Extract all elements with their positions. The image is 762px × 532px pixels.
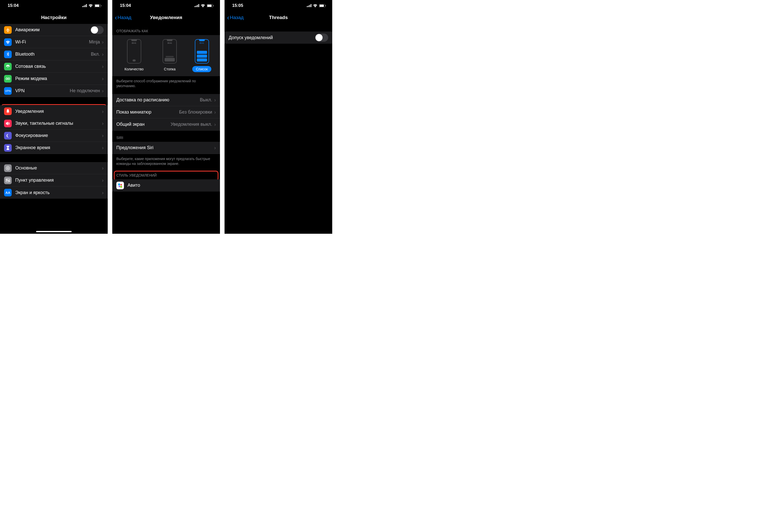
row-label: Уведомления <box>15 109 101 114</box>
svg-rect-28 <box>309 5 310 7</box>
row-wifi[interactable]: Wi-Fi Minja › <box>0 36 108 48</box>
row-cellular[interactable]: Сотовая связь › <box>0 60 108 73</box>
chevron-right-icon: › <box>214 97 216 103</box>
svg-rect-18 <box>198 4 199 7</box>
battery-icon <box>207 4 214 7</box>
svg-rect-17 <box>197 5 198 7</box>
option-label: Количество <box>121 66 147 72</box>
status-time: 15:04 <box>120 3 131 8</box>
status-bar: 15:04 <box>112 0 220 11</box>
chevron-right-icon: › <box>102 133 104 138</box>
hotspot-icon <box>4 75 12 83</box>
back-button[interactable]: ‹ Назад <box>115 14 131 21</box>
row-screen-sharing[interactable]: Общий экран Уведомления выкл. › <box>112 118 220 130</box>
row-focus[interactable]: Фокусирование › <box>0 129 108 142</box>
chevron-right-icon: › <box>102 39 104 45</box>
row-screentime[interactable]: Экранное время › <box>0 142 108 154</box>
chevron-right-icon: › <box>102 177 104 183</box>
row-value: Minja <box>89 39 100 45</box>
row-airplane-mode[interactable]: Авиарежим <box>0 24 108 36</box>
bell-icon <box>4 108 12 115</box>
svg-point-14 <box>9 181 9 182</box>
row-hotspot[interactable]: Режим модема › <box>0 73 108 85</box>
row-allow-notifications[interactable]: Допуск уведомлений <box>225 32 332 44</box>
threads-content[interactable]: Допуск уведомлений <box>225 24 332 234</box>
row-sounds[interactable]: Звуки, тактильные сигналы › <box>0 117 108 129</box>
svg-point-24 <box>118 186 120 187</box>
section-footer: Выберите, какие приложения могут предлаг… <box>112 154 220 168</box>
nav-bar: ‹ Назад Threads <box>225 11 332 24</box>
battery-icon <box>319 4 326 7</box>
wifi-settings-icon <box>4 38 12 46</box>
settings-list[interactable]: Авиарежим Wi-Fi Minja › Bluetooth Вкл. ›… <box>0 24 108 234</box>
row-vpn[interactable]: VPN VPN Не подключен › <box>0 85 108 97</box>
row-general[interactable]: Основные › <box>0 162 108 174</box>
row-app-avito[interactable]: Авито <box>112 179 220 191</box>
back-label: Назад <box>117 15 131 20</box>
status-indicators <box>307 4 326 7</box>
status-indicators <box>82 4 102 7</box>
chevron-right-icon: › <box>102 88 104 94</box>
cellular-signal-icon <box>82 4 87 7</box>
svg-rect-26 <box>307 6 308 7</box>
nav-bar: ‹ Назад Уведомления <box>112 11 220 24</box>
chevron-right-icon: › <box>102 109 104 114</box>
back-label: Назад <box>230 15 244 20</box>
section-header-style: СТИЛЬ УВЕДОМЛЕНИЙ <box>112 168 220 179</box>
row-scheduled-delivery[interactable]: Доставка по расписанию Выкл. › <box>112 94 220 106</box>
row-label: Фокусирование <box>15 133 101 138</box>
speaker-icon <box>4 120 12 127</box>
row-value: Уведомления выкл. <box>171 122 212 127</box>
notifications-screen: 15:04 ‹ Назад Уведомления ОТОБРАЖАТЬ КАК <box>112 0 220 234</box>
row-control-center[interactable]: Пункт управления › <box>0 174 108 187</box>
chevron-left-icon: ‹ <box>227 14 229 21</box>
svg-rect-11 <box>6 179 10 180</box>
svg-rect-16 <box>196 6 196 7</box>
svg-rect-0 <box>82 6 83 7</box>
row-display[interactable]: AA Экран и яркость › <box>0 187 108 199</box>
display-option-count[interactable]: 09:41 Количество <box>121 39 147 72</box>
svg-rect-31 <box>320 5 324 7</box>
row-label: Основные <box>15 165 101 171</box>
page-title: Настройки <box>0 15 108 20</box>
section-footer: Выберите способ отображения уведомлений … <box>112 76 220 91</box>
chevron-right-icon: › <box>102 63 104 69</box>
svg-point-23 <box>120 184 122 186</box>
sliders-icon <box>4 177 12 184</box>
option-label: Список <box>192 66 211 72</box>
row-bluetooth[interactable]: Bluetooth Вкл. › <box>0 48 108 60</box>
svg-rect-32 <box>325 5 326 6</box>
svg-point-8 <box>8 78 10 80</box>
wifi-icon <box>313 4 318 7</box>
row-label: Доставка по расписанию <box>116 97 200 103</box>
chevron-right-icon: › <box>214 145 216 151</box>
svg-rect-13 <box>6 181 10 182</box>
row-value: Без блокировки <box>179 110 212 115</box>
row-value: Не подключен <box>70 88 100 94</box>
cellular-signal-icon <box>194 4 199 7</box>
chevron-right-icon: › <box>102 145 104 151</box>
allow-notifications-toggle[interactable] <box>315 34 328 42</box>
chevron-right-icon: › <box>102 76 104 82</box>
svg-rect-29 <box>311 4 311 7</box>
hourglass-icon <box>4 144 12 152</box>
svg-point-12 <box>7 179 7 180</box>
svg-rect-3 <box>86 4 87 7</box>
display-option-list[interactable]: 09:41 Список <box>192 39 211 72</box>
display-option-stack[interactable]: 09:41 Стопка <box>160 39 179 72</box>
airplane-toggle[interactable] <box>90 26 104 34</box>
row-notifications[interactable]: Уведомления › <box>0 105 108 117</box>
row-label: Экранное время <box>15 145 101 150</box>
row-siri-suggestions[interactable]: Предложения Siri › <box>112 142 220 154</box>
row-label: Звуки, тактильные сигналы <box>15 121 101 126</box>
back-button[interactable]: ‹ Назад <box>227 14 244 21</box>
chevron-right-icon: › <box>214 109 216 115</box>
section-header-siri: SIRI <box>112 130 220 142</box>
svg-point-22 <box>118 184 120 186</box>
cellular-signal-icon <box>307 4 311 7</box>
row-show-previews[interactable]: Показ миниатюр Без блокировки › <box>112 106 220 118</box>
notifications-content[interactable]: ОТОБРАЖАТЬ КАК 09:41 Количество 09:41 Ст… <box>112 24 220 234</box>
svg-rect-6 <box>101 5 101 6</box>
settings-screen: 15:04 Настройки Авиарежим <box>0 0 108 234</box>
home-indicator[interactable] <box>36 231 72 232</box>
